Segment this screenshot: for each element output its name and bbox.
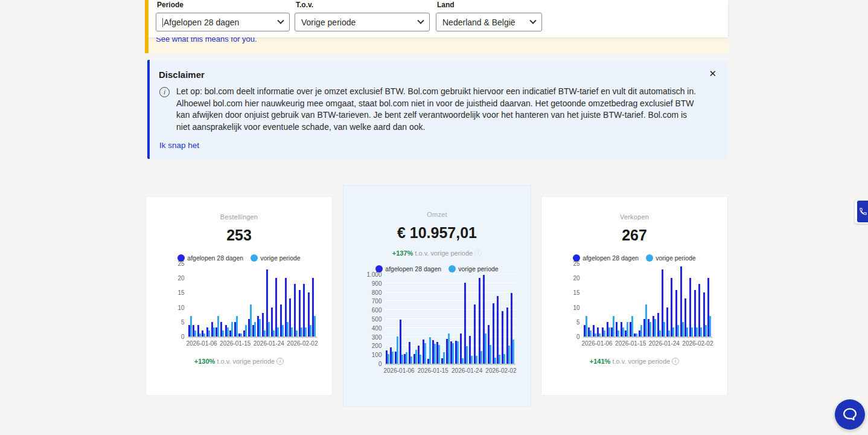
y-axis-label: 600 — [372, 308, 382, 314]
bar-previous — [595, 334, 596, 337]
bar-previous — [599, 334, 601, 337]
bar-pair — [390, 347, 394, 364]
bar-pair — [386, 350, 389, 364]
bar-previous — [250, 304, 252, 337]
y-axis-label: 0 — [378, 361, 382, 367]
delta-value: +137% — [392, 250, 413, 257]
bar-previous — [420, 355, 421, 364]
bar-pair — [625, 322, 628, 337]
legend-label-previous: vorige periode — [260, 254, 301, 262]
bar-pair — [611, 316, 614, 337]
y-axis-label: 5 — [576, 320, 580, 326]
y-axis: 0510152025 — [161, 265, 185, 338]
card-value: 267 — [622, 227, 647, 244]
chat-button[interactable] — [835, 399, 865, 430]
bar-pair — [427, 337, 431, 364]
card-title: Verkopen — [620, 213, 649, 221]
legend-label-previous: vorige periode — [458, 265, 499, 272]
y-axis-label: 15 — [177, 290, 184, 296]
bar-pair — [395, 337, 398, 364]
y-axis-label: 200 — [372, 343, 382, 349]
card-bestellingen[interactable]: Bestellingen 253 afgelopen 28 dagen vori… — [145, 196, 333, 396]
filter-periode: Periode Afgelopen 28 dagen — [156, 0, 290, 31]
bar-pair — [474, 304, 477, 364]
bar-previous — [240, 334, 242, 337]
bar-current — [493, 303, 494, 364]
bar-pair — [188, 316, 192, 337]
bar-pair — [621, 322, 624, 337]
x-axis-label: 2026-02-02 — [287, 340, 318, 347]
y-axis-label: 900 — [372, 281, 382, 287]
bar-pair — [464, 283, 468, 364]
delta-suffix: t.o.v. vorige periode — [217, 358, 275, 365]
disclaimer-confirm-link[interactable]: Ik snap het — [159, 141, 199, 150]
x-axis-label: 2026-01-24 — [649, 340, 680, 347]
y-axis-label: 5 — [181, 320, 185, 326]
info-icon[interactable]: i — [276, 358, 284, 365]
land-value: Nederland & België — [442, 18, 531, 27]
bar-pair — [446, 334, 450, 364]
filter-banner: See what this means for you. Periode Afg… — [145, 0, 728, 53]
bar-previous — [236, 316, 238, 337]
bar-pair — [234, 316, 238, 337]
chevron-down-icon — [277, 17, 284, 24]
info-icon[interactable]: i — [474, 250, 482, 257]
y-axis-label: 10 — [573, 305, 579, 311]
bar-previous — [397, 337, 398, 364]
bar-pair — [238, 334, 242, 337]
y-axis-label: 700 — [372, 298, 382, 304]
bar-previous — [305, 327, 307, 337]
bar-pair — [211, 322, 215, 337]
bar-pair — [220, 322, 224, 337]
bar-previous — [268, 322, 270, 337]
close-icon[interactable]: ✕ — [707, 67, 718, 80]
bar-previous — [273, 330, 275, 337]
x-axis: 2026-01-062026-01-152026-01-242026-02-02 — [384, 367, 517, 374]
bar-pair — [266, 269, 270, 337]
legend-dot-previous — [448, 265, 456, 272]
bar-previous — [490, 345, 491, 364]
bar-previous — [686, 327, 688, 337]
bar-previous — [448, 334, 450, 364]
bar-previous — [604, 330, 605, 337]
bar-previous — [208, 330, 210, 337]
notice-left-border — [145, 0, 148, 53]
delta-suffix: t.o.v. vorige periode — [612, 358, 670, 365]
bar-previous — [406, 352, 407, 364]
contact-phone-tab[interactable] — [855, 200, 868, 224]
bar-current — [474, 304, 476, 364]
bar-previous — [485, 334, 487, 364]
card-value: € 10.957,01 — [397, 224, 477, 242]
info-icon[interactable]: i — [672, 358, 679, 365]
bar-pair — [294, 284, 298, 337]
card-verkopen[interactable]: Verkopen 267 afgelopen 28 dagen vorige p… — [541, 196, 728, 396]
bar-pair — [653, 316, 656, 337]
bar-previous — [190, 316, 192, 337]
bar-pair — [616, 322, 619, 337]
bar-plot — [583, 265, 712, 338]
bar-previous — [287, 322, 289, 337]
tov-dropdown[interactable]: Vorige periode — [295, 13, 430, 31]
info-icon: i — [159, 87, 170, 97]
delta-line: +137% t.o.v. vorige periode i — [392, 250, 482, 257]
bar-pair — [694, 290, 698, 337]
bar-previous — [649, 322, 651, 337]
bar-previous — [434, 344, 436, 364]
land-dropdown[interactable]: Nederland & België — [436, 13, 542, 31]
bar-pair — [303, 284, 307, 337]
bar-pair — [630, 316, 633, 337]
bar-previous — [203, 334, 205, 337]
card-omzet[interactable]: Omzet € 10.957,01 +137% t.o.v. vorige pe… — [343, 185, 531, 407]
bar-pair — [312, 278, 316, 337]
bar-current — [294, 284, 296, 337]
gridline — [385, 283, 515, 283]
bar-previous — [388, 354, 389, 364]
bar-pair — [506, 308, 510, 364]
bar-plot — [385, 276, 515, 365]
bar-pair — [666, 308, 670, 337]
bar-previous — [672, 327, 674, 337]
bar-previous — [627, 322, 628, 337]
bar-pair — [404, 352, 407, 364]
periode-dropdown[interactable]: Afgelopen 28 dagen — [156, 13, 290, 31]
bar-previous — [443, 352, 445, 364]
